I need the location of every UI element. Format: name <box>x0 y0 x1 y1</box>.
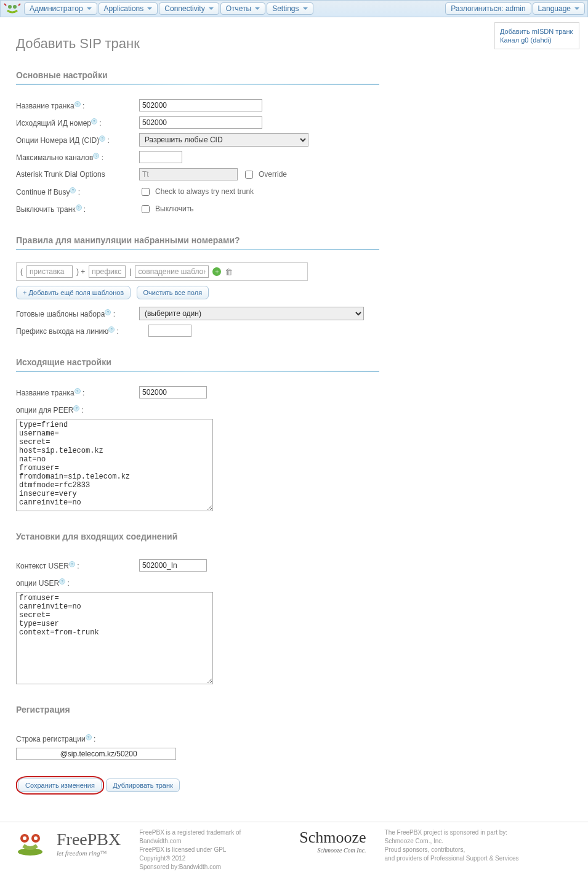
caret-down-icon <box>209 7 214 10</box>
section-registration-heading: Регистрация <box>16 705 379 714</box>
user-context-input[interactable] <box>139 559 207 572</box>
footer: FreePBX let freedom ring™ FreePBX is a r… <box>0 822 588 882</box>
menu-settings-label: Settings <box>272 4 299 13</box>
label-continue-busy: Continue if Busy? : <box>16 187 139 196</box>
out-prefix-input[interactable] <box>148 325 191 337</box>
add-pattern-button[interactable]: + Добавить ещё поля шаблонов <box>16 286 131 299</box>
dial-options-input[interactable] <box>139 168 238 180</box>
logo-icon <box>3 2 22 15</box>
label-user-context: Контекст USER? : <box>16 561 139 570</box>
paren-close: ) + <box>76 267 85 276</box>
caret-down-icon <box>87 7 92 10</box>
max-channels-input[interactable] <box>139 151 182 163</box>
clear-patterns-button[interactable]: Очистить все поля <box>137 286 209 299</box>
section-dialrules-heading: Правила для манипуляции набранными номер… <box>16 235 379 245</box>
help-icon[interactable]: ? <box>75 101 81 107</box>
peer-details-textarea[interactable]: type=friend username= secret= host=sip.t… <box>16 419 213 511</box>
top-navbar: Администратор Applications Connectivity … <box>0 0 588 17</box>
delete-row-icon[interactable]: 🗑 <box>225 267 233 277</box>
duplicate-button[interactable]: Дублировать транк <box>106 779 180 792</box>
override-checkbox[interactable] <box>245 171 253 179</box>
main-content: Добавить SIP транк Основные настройки На… <box>0 17 392 803</box>
sidebar-link-dahdi[interactable]: Канал g0 (dahdi) <box>500 36 574 44</box>
save-button[interactable]: Сохранить изменения <box>18 779 102 792</box>
dial-pattern-row: ( ) + | + 🗑 <box>16 262 308 281</box>
help-icon[interactable]: ? <box>108 326 115 333</box>
label-outgoing-cid: Исходящий ИД номер? : <box>16 118 139 127</box>
help-icon[interactable]: ? <box>59 578 65 585</box>
menu-language[interactable]: Language <box>533 2 585 15</box>
menu-connectivity-label: Connectivity <box>164 4 204 13</box>
menu-applications[interactable]: Applications <box>99 2 158 15</box>
continue-busy-checkbox[interactable] <box>142 188 150 196</box>
disable-trunk-label: Выключить <box>155 204 193 213</box>
user-details-textarea[interactable]: fromuser= canreinvite=no secret= type=us… <box>16 592 213 684</box>
svg-point-8 <box>34 836 38 840</box>
menu-admin[interactable]: Администратор <box>24 2 97 15</box>
help-icon[interactable]: ? <box>93 153 99 159</box>
menu-settings[interactable]: Settings <box>267 2 313 15</box>
logout-button[interactable]: Разлогиниться: admin <box>445 2 531 15</box>
svg-line-3 <box>18 4 20 6</box>
page-title: Добавить SIP транк <box>16 36 379 52</box>
divider <box>16 84 379 85</box>
logo-icon <box>9 828 52 858</box>
svg-line-2 <box>4 4 6 6</box>
sidebar-links: Добавить mISDN транк Канал g0 (dahdi) <box>494 22 579 49</box>
dial-prefix-input[interactable] <box>89 265 126 278</box>
label-reg-string: Строка регистрации? : <box>16 734 139 743</box>
svg-point-1 <box>13 5 17 9</box>
menu-reports-label: Отчеты <box>226 4 251 13</box>
divider <box>16 371 379 372</box>
label-disable-trunk: Выключить транк? : <box>16 204 139 214</box>
footer-brand-name: FreePBX <box>57 830 121 849</box>
section-general-heading: Основные настройки <box>16 70 379 80</box>
help-icon[interactable]: ? <box>91 118 97 124</box>
dial-prepend-input[interactable] <box>26 265 73 278</box>
outgoing-cid-input[interactable] <box>139 116 262 129</box>
divider <box>16 249 379 250</box>
label-ready-templates: Готовые шаблоны набора? : <box>16 309 139 318</box>
help-icon[interactable]: ? <box>99 136 105 142</box>
label-trunk-name: Название транка? : <box>16 101 139 110</box>
menu-connectivity[interactable]: Connectivity <box>159 2 219 15</box>
footer-brand-freepbx: FreePBX let freedom ring™ <box>9 828 121 858</box>
trunk-name-2-input[interactable] <box>139 386 207 399</box>
label-user-options: опции USER? : <box>16 578 139 588</box>
menu-reports[interactable]: Отчеты <box>220 2 265 15</box>
override-label: Override <box>259 170 287 179</box>
footer-middle-text: FreePBX is a registered trademark of Ban… <box>139 828 281 872</box>
caret-down-icon <box>147 7 152 10</box>
footer-right-text: The FreePBX project is sponsored in part… <box>385 828 519 863</box>
sidebar-link-misdn[interactable]: Добавить mISDN транк <box>500 28 574 35</box>
section-incoming-heading: Установки для входящих соединений <box>16 532 379 541</box>
help-icon[interactable]: ? <box>73 405 79 411</box>
help-icon[interactable]: ? <box>75 388 81 394</box>
highlight-circle: Сохранить изменения <box>16 776 104 795</box>
ready-templates-select[interactable]: (выберите один) <box>139 307 364 320</box>
label-cid-options: Опции Номера ИД (CID)? : <box>16 136 139 145</box>
caret-down-icon <box>255 7 260 10</box>
dial-match-input[interactable] <box>135 265 209 278</box>
caret-down-icon <box>303 7 308 10</box>
pipe: | <box>129 267 131 276</box>
paren-open: ( <box>20 267 23 276</box>
label-dial-options: Asterisk Trunk Dial Options <box>16 170 139 179</box>
help-icon[interactable]: ? <box>70 187 76 193</box>
cid-options-select[interactable]: Разрешить любые CID <box>139 133 308 147</box>
svg-point-7 <box>23 836 26 840</box>
help-icon[interactable]: ? <box>76 204 82 211</box>
reg-string-input[interactable] <box>16 748 176 760</box>
label-peer-options: опции для PEER? : <box>16 405 139 415</box>
add-row-icon[interactable]: + <box>212 267 221 276</box>
section-outgoing-heading: Исходящие настройки <box>16 357 379 367</box>
menu-applications-label: Applications <box>104 4 144 13</box>
disable-trunk-checkbox[interactable] <box>142 205 150 213</box>
help-icon[interactable]: ? <box>235 235 240 245</box>
caret-down-icon <box>574 7 579 10</box>
help-icon[interactable]: ? <box>86 734 92 740</box>
trunk-name-input[interactable] <box>139 99 262 111</box>
help-icon[interactable]: ? <box>105 309 111 315</box>
help-icon[interactable]: ? <box>69 561 75 567</box>
menu-admin-label: Администратор <box>30 4 83 13</box>
